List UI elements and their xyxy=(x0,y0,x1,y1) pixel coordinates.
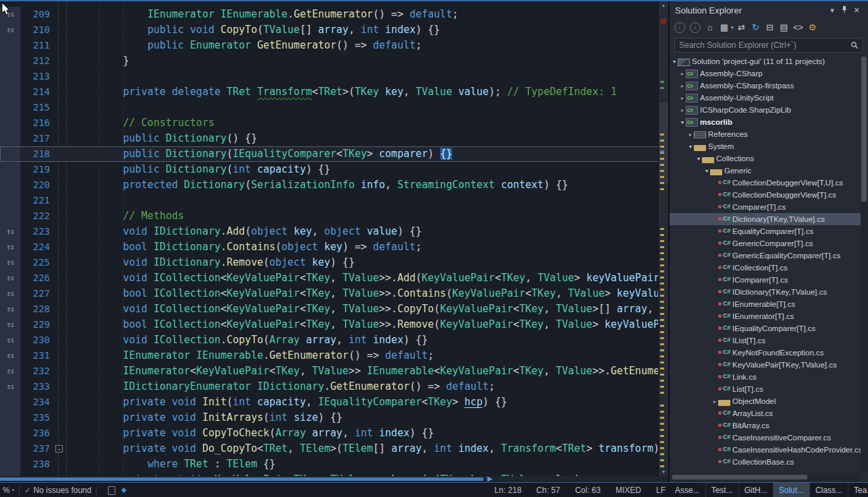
implements-glyph-icon[interactable]: ⇧⇩ xyxy=(0,270,20,286)
code-line[interactable]: ⇧⇩209 IEnumerator IEnumerable.GetEnumera… xyxy=(0,7,659,22)
tree-item[interactable]: IList[T].cs xyxy=(670,334,861,347)
tree-item[interactable]: EqualityComparer[T].cs xyxy=(670,225,861,237)
char-indicator[interactable]: Ch: 57 xyxy=(537,486,560,495)
code-line[interactable]: 211 public Enumerator GetEnumerator() =>… xyxy=(0,38,659,53)
tree-item[interactable]: ArrayList.cs xyxy=(670,407,861,419)
view-code-icon[interactable]: <> xyxy=(792,22,805,34)
tool-window-tab[interactable]: Asse... xyxy=(670,483,706,497)
line-number[interactable]: 237 xyxy=(20,441,54,457)
implements-glyph-icon[interactable]: ⇧⇩ xyxy=(0,286,20,301)
scrollbar-thumb[interactable] xyxy=(0,477,483,481)
code-line[interactable]: ⇧⇩210 public void CopyTo(TValue[] array,… xyxy=(0,22,659,38)
line-number[interactable]: 222 xyxy=(20,208,54,224)
tree-item[interactable]: Dictionary[TKey,TValue].cs xyxy=(670,213,861,225)
line-number[interactable]: 229 xyxy=(20,317,54,332)
tree-item[interactable]: List[T].cs xyxy=(670,383,861,395)
tree-item[interactable]: GenericEqualityComparer[T].cs xyxy=(670,250,861,262)
collapse-region-icon[interactable]: - xyxy=(55,445,63,452)
tree-item[interactable]: Link.cs xyxy=(670,371,861,383)
collapse-arrow-icon[interactable]: ▾ xyxy=(703,168,710,174)
collapse-arrow-icon[interactable]: ▾ xyxy=(695,156,702,162)
tree-item[interactable]: ▸Assembly-UnityScript xyxy=(670,92,861,104)
implements-glyph-icon[interactable]: ⇧⇩ xyxy=(0,379,20,394)
tree-item[interactable]: ▸ObjectModel xyxy=(670,395,861,407)
status-doc-icon[interactable] xyxy=(108,486,115,495)
code-line[interactable]: 234 private void Init(int capacity, IEqu… xyxy=(0,394,659,410)
forward-icon[interactable]: › xyxy=(690,22,701,33)
code-line[interactable]: 238 where TRet : TElem {} xyxy=(0,457,659,472)
tool-window-tab[interactable]: Test... xyxy=(706,483,739,497)
line-number[interactable]: 216 xyxy=(20,115,54,131)
tree-item[interactable]: ▾Generic xyxy=(670,165,861,177)
code-line[interactable]: 214 private delegate TRet Transform<TRet… xyxy=(0,84,659,100)
tree-item[interactable]: CollectionBase.cs xyxy=(670,456,861,468)
collapse-arrow-icon[interactable]: ▾ xyxy=(679,119,686,125)
implements-glyph-icon[interactable]: ⇧⇩ xyxy=(0,255,20,270)
code-line[interactable]: ⇧⇩232 IEnumerator<KeyValuePair<TKey, TVa… xyxy=(0,363,659,379)
issues-status[interactable]: No issues found xyxy=(33,486,91,495)
tree-vertical-scrollbar[interactable] xyxy=(861,55,868,473)
implements-glyph-icon[interactable]: ⇧⇩ xyxy=(0,317,20,332)
code-line[interactable]: 236 private void CopyToCheck(Array array… xyxy=(0,426,659,441)
tree-item[interactable]: ▸ICSharpCode.SharpZipLib xyxy=(670,104,861,116)
code-line[interactable]: 213 xyxy=(0,69,659,84)
tree-item[interactable]: ▾mscorlib xyxy=(670,116,861,128)
tree-item[interactable]: ▸References xyxy=(670,128,861,140)
line-number[interactable]: 219 xyxy=(20,162,54,177)
scrollbar-thumb[interactable] xyxy=(672,475,807,479)
pin-icon[interactable] xyxy=(838,5,850,15)
implements-glyph-icon[interactable]: ⇧⇩ xyxy=(0,224,20,239)
line-number[interactable]: 226 xyxy=(20,270,54,286)
line-number[interactable]: 213 xyxy=(20,69,54,84)
tool-window-tab[interactable]: GitH... xyxy=(739,483,774,497)
code-line[interactable]: ⇧⇩230 void ICollection.CopyTo(Array arra… xyxy=(0,332,659,348)
search-icon[interactable] xyxy=(850,41,859,49)
line-number[interactable]: 223 xyxy=(20,224,54,239)
tree-item[interactable]: IEqualityComparer[T].cs xyxy=(670,322,861,334)
line-number[interactable]: 234 xyxy=(20,394,54,410)
tool-window-tab[interactable]: Class... xyxy=(810,483,848,497)
tree-item[interactable]: ▸Assembly-CSharp-firstpass xyxy=(670,80,861,92)
line-number[interactable]: 210 xyxy=(20,22,54,38)
home-icon[interactable]: ⌂ xyxy=(704,22,716,34)
code-line[interactable]: ⇧⇩233 IDictionaryEnumerator IDictionary.… xyxy=(0,379,659,394)
expand-arrow-icon[interactable]: ▸ xyxy=(679,83,686,89)
code-line[interactable]: 215 xyxy=(0,100,659,115)
tree-item[interactable]: ▾Solution 'project-gui' (11 of 11 projec… xyxy=(670,55,861,67)
line-ending-indicator[interactable]: MIXED xyxy=(616,486,641,495)
line-number[interactable]: 228 xyxy=(20,301,54,317)
line-number[interactable]: 230 xyxy=(20,332,54,348)
search-input[interactable]: Search Solution Explorer (Ctrl+`) xyxy=(674,38,863,53)
line-number[interactable]: 209 xyxy=(20,7,54,22)
tree-item[interactable]: IComparer[T].cs xyxy=(670,274,861,286)
tree-item[interactable]: BitArray.cs xyxy=(670,419,861,432)
line-number[interactable]: 215 xyxy=(20,100,54,115)
tree-item[interactable]: ▾Collections xyxy=(670,152,861,165)
show-all-files-icon[interactable]: ▤ xyxy=(778,22,790,34)
properties-icon[interactable]: ⚙ xyxy=(807,22,819,34)
code-line[interactable]: 212 } xyxy=(0,53,659,69)
line-number[interactable]: 220 xyxy=(20,177,54,193)
line-number[interactable]: 224 xyxy=(20,239,54,255)
tree-item[interactable]: CollectionDebuggerView[T].cs xyxy=(670,189,861,201)
tree-item[interactable]: IEnumerator[T].cs xyxy=(670,310,861,322)
line-number[interactable]: 214 xyxy=(20,84,54,100)
code-line[interactable]: ⇧⇩227 bool ICollection<KeyValuePair<TKey… xyxy=(0,286,659,301)
collapse-arrow-icon[interactable]: ▾ xyxy=(671,59,678,65)
zoom-control[interactable]: % xyxy=(3,486,14,495)
refresh-icon[interactable]: ↻ xyxy=(750,22,762,34)
code-line[interactable]: 220 protected Dictionary(SerializationIn… xyxy=(0,177,659,193)
code-line[interactable]: ⇧⇩223 void IDictionary.Add(object key, o… xyxy=(0,224,659,239)
close-icon[interactable] xyxy=(850,6,863,15)
code-line[interactable]: ⇧⇩224 bool IDictionary.Contains(object k… xyxy=(0,239,659,255)
implements-glyph-icon[interactable]: ⇧⇩ xyxy=(0,332,20,348)
editor-vertical-scrollbar[interactable] xyxy=(658,1,668,476)
code-line[interactable]: 237- private void Do_CopyTo<TRet, TElem>… xyxy=(0,441,659,457)
status-spark-icon[interactable] xyxy=(121,488,126,493)
expand-arrow-icon[interactable]: ▸ xyxy=(679,71,686,77)
expand-arrow-icon[interactable]: ▸ xyxy=(679,107,686,113)
line-number[interactable]: 212 xyxy=(20,53,54,69)
tool-window-tab[interactable]: Solut... xyxy=(774,483,810,497)
code-line[interactable]: ⇧⇩225 void IDictionary.Remove(object key… xyxy=(0,255,659,270)
line-number[interactable]: 218 xyxy=(20,146,54,162)
